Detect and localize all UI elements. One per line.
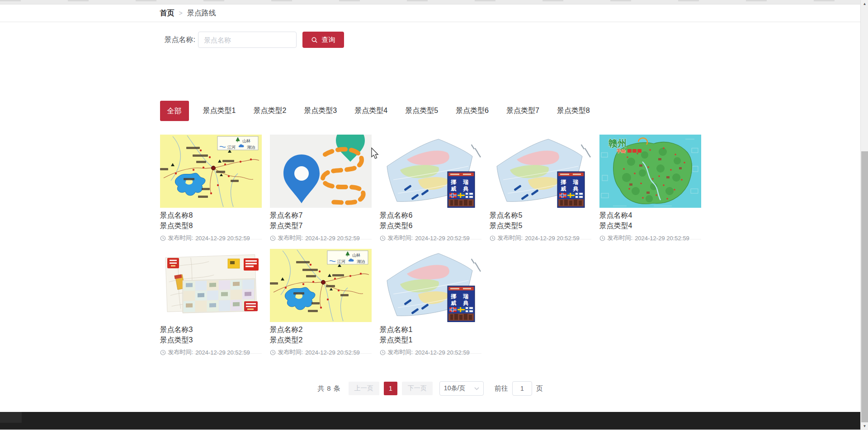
scroll-down-button[interactable]: ▼ bbox=[861, 422, 868, 430]
publish-time-value: 2024-12-29 20:52:59 bbox=[635, 235, 689, 242]
pagination: 共 8 条 上一页 1 下一页 10条/页 前往 页 bbox=[160, 381, 701, 396]
search-icon bbox=[311, 37, 318, 43]
publish-time-value: 2024-12-29 20:52:59 bbox=[195, 349, 250, 356]
breadcrumb-current: 景点路线 bbox=[187, 9, 216, 18]
card-image bbox=[599, 135, 701, 208]
card-image bbox=[490, 135, 591, 208]
card-type: 景点类型1 bbox=[380, 336, 481, 345]
top-strip bbox=[0, 0, 860, 5]
card-image bbox=[380, 135, 481, 208]
publish-time-value: 2024-12-29 20:52:59 bbox=[525, 235, 580, 242]
clock-icon bbox=[490, 235, 495, 241]
card-title: 景点名称8 bbox=[160, 211, 262, 220]
publish-time-value: 2024-12-29 20:52:59 bbox=[195, 235, 250, 242]
scenic-card[interactable]: 景点名称3 景点类型3 发布时间: 2024-12-29 20:52:59 bbox=[160, 249, 262, 354]
tab-scenic-type-7[interactable]: 景点类型7 bbox=[506, 106, 539, 116]
pagination-total: 共 8 条 bbox=[317, 384, 341, 393]
card-type: 景点类型8 bbox=[160, 221, 262, 230]
publish-time-label: 发布时间: bbox=[168, 348, 193, 356]
card-image bbox=[270, 135, 372, 208]
goto-label: 前往 bbox=[495, 384, 508, 393]
page-size-select[interactable]: 10条/页 bbox=[439, 381, 484, 396]
tab-all[interactable]: 全部 bbox=[160, 101, 189, 121]
card-type: 景点类型2 bbox=[270, 336, 372, 345]
card-title: 景点名称2 bbox=[270, 325, 372, 334]
scrollbar[interactable]: ▲ ▼ bbox=[860, 0, 868, 430]
search-button-label: 查询 bbox=[321, 36, 335, 44]
scenic-card[interactable]: 景点名称8 景点类型8 发布时间: 2024-12-29 20:52:59 bbox=[160, 135, 262, 239]
card-type: 景点类型5 bbox=[490, 221, 591, 230]
goto-page-group: 前往 页 bbox=[495, 381, 543, 396]
scrollbar-thumb[interactable] bbox=[861, 151, 868, 422]
clock-icon bbox=[380, 350, 386, 355]
card-publish-time: 发布时间: 2024-12-29 20:52:59 bbox=[380, 234, 481, 242]
footer-block bbox=[0, 412, 22, 423]
scenic-card[interactable]: 景点名称5 景点类型5 发布时间: 2024-12-29 20:52:59 bbox=[490, 135, 591, 239]
tab-scenic-type-6[interactable]: 景点类型6 bbox=[456, 106, 489, 116]
card-title: 景点名称5 bbox=[490, 211, 591, 220]
card-publish-time: 发布时间: 2024-12-29 20:52:59 bbox=[160, 348, 262, 356]
chevron-down-icon bbox=[474, 387, 479, 390]
scroll-up-button[interactable]: ▲ bbox=[861, 0, 868, 8]
card-type: 景点类型6 bbox=[380, 221, 481, 230]
card-title: 景点名称6 bbox=[380, 211, 481, 220]
card-title: 景点名称7 bbox=[270, 211, 372, 220]
tabs-bar: 全部 景点类型1 景点类型2 景点类型3 景点类型4 景点类型5 景点类型6 景… bbox=[160, 101, 701, 121]
tab-scenic-type-5[interactable]: 景点类型5 bbox=[405, 106, 438, 116]
scenic-card[interactable]: 景点名称1 景点类型1 发布时间: 2024-12-29 20:52:59 bbox=[380, 249, 481, 354]
goto-page-input[interactable] bbox=[512, 381, 532, 396]
clock-icon bbox=[270, 235, 276, 241]
card-type: 景点类型4 bbox=[599, 221, 701, 230]
card-title: 景点名称3 bbox=[160, 325, 262, 334]
publish-time-label: 发布时间: bbox=[388, 348, 413, 356]
card-title: 景点名称4 bbox=[599, 211, 701, 220]
tab-scenic-type-3[interactable]: 景点类型3 bbox=[304, 106, 337, 116]
next-page-button[interactable]: 下一页 bbox=[402, 382, 433, 395]
scenic-card[interactable]: 景点名称2 景点类型2 发布时间: 2024-12-29 20:52:59 bbox=[270, 249, 372, 354]
card-publish-time: 发布时间: 2024-12-29 20:52:59 bbox=[160, 234, 262, 242]
publish-time-value: 2024-12-29 20:52:59 bbox=[305, 349, 360, 356]
publish-time-value: 2024-12-29 20:52:59 bbox=[305, 235, 360, 242]
publish-time-label: 发布时间: bbox=[168, 234, 193, 242]
clock-icon bbox=[599, 235, 605, 241]
clock-icon bbox=[270, 350, 276, 355]
prev-page-button[interactable]: 上一页 bbox=[349, 382, 379, 395]
scenic-card[interactable]: 景点名称4 景点类型4 发布时间: 2024-12-29 20:52:59 bbox=[599, 135, 701, 239]
publish-time-label: 发布时间: bbox=[498, 234, 523, 242]
card-type: 景点类型7 bbox=[270, 221, 372, 230]
publish-time-label: 发布时间: bbox=[278, 348, 303, 356]
scenic-card[interactable]: 景点名称7 景点类型7 发布时间: 2024-12-29 20:52:59 bbox=[270, 135, 372, 239]
publish-time-value: 2024-12-29 20:52:59 bbox=[415, 349, 470, 356]
goto-suffix: 页 bbox=[536, 384, 543, 393]
scenic-card[interactable]: 景点名称6 景点类型6 发布时间: 2024-12-29 20:52:59 bbox=[380, 135, 481, 239]
publish-time-label: 发布时间: bbox=[278, 234, 303, 242]
cards-grid: 景点名称8 景点类型8 发布时间: 2024-12-29 20:52:59 景点… bbox=[160, 135, 701, 354]
card-image bbox=[380, 249, 481, 322]
card-image bbox=[270, 249, 372, 322]
tab-scenic-type-4[interactable]: 景点类型4 bbox=[354, 106, 387, 116]
card-publish-time: 发布时间: 2024-12-29 20:52:59 bbox=[270, 348, 372, 356]
search-input[interactable] bbox=[198, 32, 297, 48]
breadcrumb-bar: 首页 > 景点路线 bbox=[0, 5, 860, 22]
publish-time-value: 2024-12-29 20:52:59 bbox=[415, 235, 470, 242]
card-image bbox=[160, 249, 262, 322]
current-page-button[interactable]: 1 bbox=[384, 382, 397, 395]
card-type: 景点类型3 bbox=[160, 336, 262, 345]
publish-time-label: 发布时间: bbox=[388, 234, 413, 242]
tab-scenic-type-2[interactable]: 景点类型2 bbox=[253, 106, 286, 116]
search-button[interactable]: 查询 bbox=[302, 32, 344, 48]
publish-time-label: 发布时间: bbox=[608, 234, 633, 242]
tab-scenic-type-8[interactable]: 景点类型8 bbox=[557, 106, 590, 116]
breadcrumb-separator: > bbox=[179, 9, 183, 17]
card-title: 景点名称1 bbox=[380, 325, 481, 334]
search-form: 景点名称: 查询 bbox=[160, 32, 701, 48]
breadcrumb-home-link[interactable]: 首页 bbox=[160, 9, 175, 18]
tab-scenic-type-1[interactable]: 景点类型1 bbox=[203, 106, 236, 116]
footer bbox=[0, 412, 860, 430]
card-publish-time: 发布时间: 2024-12-29 20:52:59 bbox=[270, 234, 372, 242]
search-label: 景点名称: bbox=[165, 35, 195, 45]
card-image bbox=[160, 135, 262, 208]
page-root: 首页 > 景点路线 景点名称: 查询 全部 景点类型1 景点类型2 景点类型3 … bbox=[0, 0, 868, 430]
breadcrumb: 首页 > 景点路线 bbox=[160, 9, 701, 18]
clock-icon bbox=[380, 235, 386, 241]
